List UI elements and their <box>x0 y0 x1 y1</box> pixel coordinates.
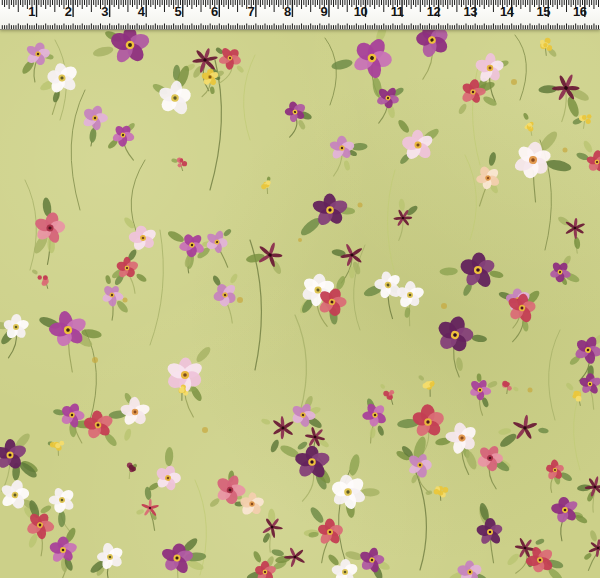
flower-center-dot <box>409 294 412 297</box>
grass-blade <box>415 470 426 570</box>
ruler-number: 15 <box>537 5 550 18</box>
leaf <box>523 112 530 120</box>
flower-center-dot <box>126 267 128 269</box>
sprig-blob <box>504 382 509 387</box>
grass-blade <box>515 35 526 100</box>
leaf <box>425 490 432 496</box>
flower <box>239 492 265 517</box>
sprig-blob <box>182 161 187 166</box>
flower <box>261 180 271 194</box>
sprig-blob <box>43 275 48 280</box>
leaf <box>236 64 245 73</box>
floral-pattern <box>0 0 600 578</box>
flower <box>578 373 600 395</box>
leaf <box>194 345 213 364</box>
polka-dot <box>441 303 447 309</box>
flower-center-dot <box>589 383 591 385</box>
leaf <box>308 505 325 524</box>
flower <box>434 486 449 501</box>
leaf <box>252 550 263 564</box>
leaf <box>457 103 468 116</box>
flower <box>355 544 388 576</box>
leaf <box>398 199 405 212</box>
inch-ruler: 12345678910111213141516 <box>0 0 600 30</box>
leaf <box>348 453 362 477</box>
flower-center-dot <box>597 547 599 549</box>
leaf <box>573 237 580 250</box>
polka-dot <box>511 79 517 85</box>
flower <box>155 79 194 118</box>
flower-center-dot <box>344 571 347 574</box>
flower-center-dot <box>251 503 253 505</box>
ruler-number: 7 <box>247 5 254 18</box>
flower <box>272 416 294 439</box>
sprig-blob <box>179 387 184 392</box>
flower-center-dot <box>8 453 11 456</box>
ruler-number: 9 <box>321 5 328 18</box>
flower <box>475 518 503 546</box>
grass-blade <box>150 230 163 345</box>
flower-center-dot <box>328 208 331 211</box>
grass-blade <box>549 330 560 420</box>
ruler-number: 5 <box>174 5 181 18</box>
ruler-number: 4 <box>138 5 145 18</box>
sprig-stem <box>129 470 130 479</box>
flower-center-dot <box>489 531 492 534</box>
sprig-blob <box>389 396 393 400</box>
fabric-background <box>0 0 600 578</box>
ruler-number: 6 <box>211 5 218 18</box>
leaf <box>343 160 351 171</box>
flower-center-dot <box>523 426 526 429</box>
grass-blade <box>388 170 396 275</box>
leaf <box>166 229 185 244</box>
leaf <box>565 382 575 392</box>
polka-dot <box>202 427 208 433</box>
leaf <box>39 504 52 515</box>
leaf <box>376 425 385 437</box>
ruler-number: 2 <box>65 5 72 18</box>
sprig-blob <box>528 123 532 127</box>
ruler-number: 13 <box>463 5 476 18</box>
sprig-blob <box>390 390 395 395</box>
sprig-blob <box>266 180 271 185</box>
flower <box>544 257 575 288</box>
flower-center-dot <box>134 411 137 414</box>
leaf <box>105 275 112 285</box>
polka-dot <box>92 357 98 363</box>
sprig-blob <box>180 159 183 162</box>
sprig-blob <box>42 281 47 286</box>
flower <box>50 441 64 456</box>
flower-center-dot <box>329 531 332 534</box>
flower <box>548 494 582 526</box>
leaf <box>92 45 114 58</box>
sprig-blob <box>586 119 591 124</box>
ruler-number: 14 <box>500 5 513 18</box>
grass-blade <box>71 90 85 210</box>
leaf <box>498 427 512 435</box>
flower <box>358 398 392 432</box>
leaf <box>331 58 354 71</box>
sprig-blob <box>55 443 60 448</box>
flower-center-dot <box>264 571 266 573</box>
flower-center-dot <box>489 67 492 70</box>
ruler-number: 3 <box>101 5 108 18</box>
leaf <box>589 529 598 542</box>
leaf <box>297 119 306 130</box>
grass-blade <box>25 180 36 270</box>
grass-blade <box>295 315 306 412</box>
leaf <box>379 383 385 390</box>
flower-center-dot <box>62 549 65 552</box>
flower <box>208 278 243 312</box>
leaf <box>209 86 215 94</box>
flower-center-dot <box>574 227 577 230</box>
flower <box>141 499 159 517</box>
flower-center-dot <box>282 427 285 430</box>
sprig-blob <box>434 489 440 495</box>
leaf <box>582 140 594 154</box>
flower-center-dot <box>426 420 429 423</box>
flower-center-dot <box>149 507 151 509</box>
leaf <box>482 95 498 108</box>
leaf <box>538 427 549 434</box>
leaf <box>439 267 458 276</box>
leaf <box>135 272 148 283</box>
